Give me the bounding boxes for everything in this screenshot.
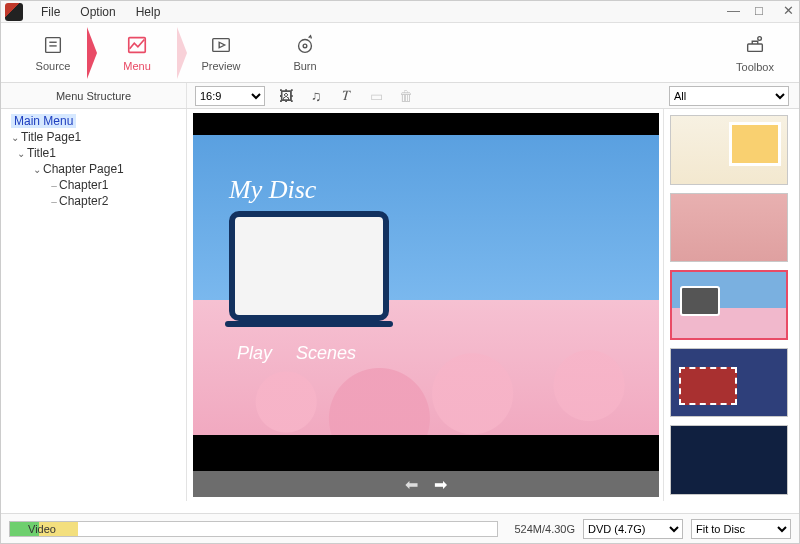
step-label: Menu <box>123 60 151 72</box>
svg-rect-8 <box>748 44 763 51</box>
secondary-bar: Menu Structure 16:9 🖼 ♫ 𝑇 ▭ 🗑 All <box>1 83 799 109</box>
tree-chapter-1[interactable]: Chapter1 <box>7 177 180 193</box>
tree-title-page[interactable]: Title Page1 <box>7 129 180 145</box>
theme-thumbnails[interactable] <box>663 109 799 501</box>
disc-type-select[interactable]: DVD (4.7G) <box>583 519 683 539</box>
menu-file[interactable]: File <box>31 5 70 19</box>
menu-icon <box>126 34 148 60</box>
play-button-label[interactable]: Play <box>237 343 272 364</box>
theme-thumb-3[interactable] <box>670 270 788 340</box>
menu-canvas: My Disc Play Scenes ⬅ ➡ <box>187 109 663 501</box>
menu-structure-tree[interactable]: Main Menu Title Page1 Title1 Chapter Pag… <box>1 109 187 501</box>
disc-title-text[interactable]: My Disc <box>229 175 316 205</box>
status-bar: Video 524M/4.30G DVD (4.7G) Fit to Disc <box>1 513 799 543</box>
prev-page-icon[interactable]: ⬅ <box>405 475 418 494</box>
step-burn[interactable]: Burn <box>263 27 347 79</box>
image-tool-icon[interactable]: 🖼 <box>277 88 295 104</box>
step-preview[interactable]: Preview <box>179 27 263 79</box>
tree-title-1[interactable]: Title1 <box>7 145 180 161</box>
theme-filter-select[interactable]: All <box>669 86 789 106</box>
text-tool-icon[interactable]: 𝑇 <box>337 87 355 104</box>
preview-background: My Disc Play Scenes <box>193 135 659 435</box>
svg-point-9 <box>758 36 762 40</box>
structure-header: Menu Structure <box>1 83 187 108</box>
toolbox-icon <box>725 33 785 61</box>
menu-help[interactable]: Help <box>126 5 171 19</box>
aspect-ratio-select[interactable]: 16:9 <box>195 86 265 106</box>
toolbox-label: Toolbox <box>736 61 774 73</box>
tree-main-menu[interactable]: Main Menu <box>7 113 180 129</box>
svg-marker-5 <box>219 42 225 48</box>
theme-thumb-1[interactable] <box>670 115 788 185</box>
usage-video-label: Video <box>28 523 56 535</box>
theme-thumb-4[interactable] <box>670 348 788 418</box>
step-source[interactable]: Source <box>11 27 95 79</box>
svg-rect-4 <box>213 38 230 51</box>
preview-video-frame[interactable] <box>229 211 389 321</box>
window-controls: — □ ✕ <box>717 3 793 18</box>
delete-tool-icon: 🗑 <box>397 88 415 104</box>
toolbox-button[interactable]: Toolbox <box>725 33 785 73</box>
step-label: Burn <box>293 60 316 72</box>
disc-usage-bar: Video <box>9 521 498 537</box>
theme-thumb-5[interactable] <box>670 425 788 495</box>
theme-thumb-2[interactable] <box>670 193 788 263</box>
source-icon <box>42 34 64 60</box>
menu-option[interactable]: Option <box>70 5 125 19</box>
menu-preview-viewer[interactable]: My Disc Play Scenes <box>193 113 659 471</box>
music-tool-icon[interactable]: ♫ <box>307 88 325 104</box>
next-page-icon[interactable]: ➡ <box>434 475 447 494</box>
maximize-icon[interactable]: □ <box>745 3 765 18</box>
step-label: Preview <box>201 60 240 72</box>
preview-icon <box>210 34 232 60</box>
main-area: Main Menu Title Page1 Title1 Chapter Pag… <box>1 109 799 501</box>
burn-icon <box>294 34 316 60</box>
app-icon <box>5 3 23 21</box>
svg-rect-0 <box>46 37 61 52</box>
preview-nav-bar: ⬅ ➡ <box>193 471 659 497</box>
tree-chapter-2[interactable]: Chapter2 <box>7 193 180 209</box>
minimize-icon[interactable]: — <box>717 3 737 18</box>
svg-point-7 <box>303 44 307 48</box>
tree-chapter-page[interactable]: Chapter Page1 <box>7 161 180 177</box>
step-menu[interactable]: Menu <box>95 27 179 79</box>
close-icon[interactable]: ✕ <box>773 3 793 18</box>
menubar: File Option Help — □ ✕ <box>1 1 799 23</box>
step-label: Source <box>36 60 71 72</box>
doc-tool-icon: ▭ <box>367 88 385 104</box>
disc-size-text: 524M/4.30G <box>514 523 575 535</box>
step-toolbar: Source Menu Preview Burn Toolbox <box>1 23 799 83</box>
scenes-button-label[interactable]: Scenes <box>296 343 356 364</box>
svg-point-6 <box>299 39 312 52</box>
fit-mode-select[interactable]: Fit to Disc <box>691 519 791 539</box>
